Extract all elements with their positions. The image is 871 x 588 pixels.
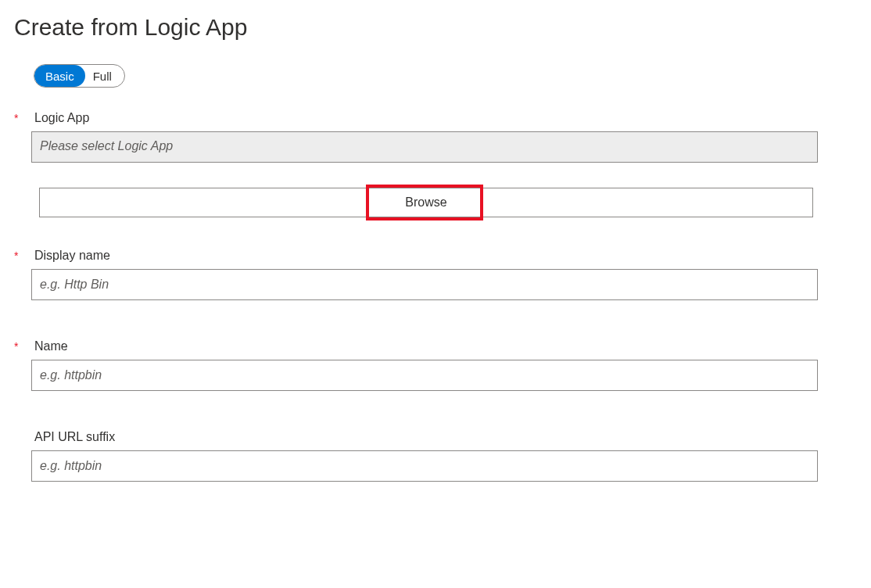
display-name-input[interactable] [31,269,818,300]
logic-app-input[interactable]: Please select Logic App [31,131,818,163]
basic-full-toggle[interactable]: Basic Full [34,64,125,88]
required-marker: * [14,250,34,261]
toggle-full[interactable]: Full [85,66,124,86]
page-title: Create from Logic App [14,14,848,41]
name-label: Name [34,339,68,353]
logic-app-label: Logic App [34,111,89,125]
name-input[interactable] [31,360,818,391]
required-marker: * [14,341,34,352]
browse-button[interactable]: Browse [39,188,813,217]
api-url-suffix-input[interactable] [31,450,818,482]
required-marker: * [14,113,34,124]
toggle-basic[interactable]: Basic [34,65,85,87]
display-name-label: Display name [34,249,110,263]
api-url-suffix-label: API URL suffix [34,430,115,444]
